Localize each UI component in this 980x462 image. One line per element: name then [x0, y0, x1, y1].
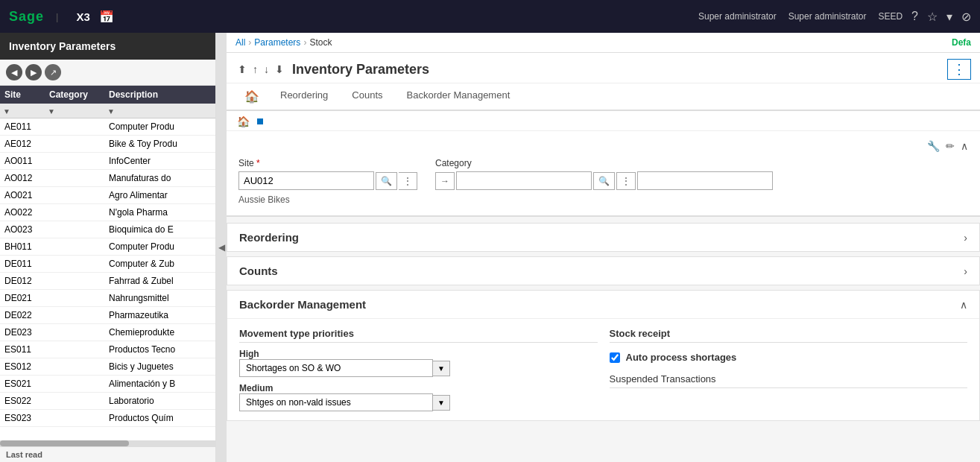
sidebar-title: Inventory Parameters	[0, 33, 215, 60]
expand-button[interactable]: ↗	[45, 64, 61, 80]
col-description: Description	[104, 86, 215, 104]
cell-site: AE011	[0, 118, 45, 136]
site-more-button[interactable]: ⋮	[399, 172, 417, 190]
table-row[interactable]: ES012 Bicis y Juguetes	[0, 358, 215, 376]
nav-next-button[interactable]: ▶	[25, 64, 42, 80]
cell-site: DE023	[0, 324, 45, 341]
nav-up-button[interactable]: ↑	[250, 62, 260, 77]
user-label-1: Super administrator	[698, 11, 777, 22]
cell-description: Manufaturas do	[104, 170, 215, 187]
cell-site: DE012	[0, 273, 45, 290]
cell-description: Productos Quím	[104, 410, 215, 427]
form-home-icon[interactable]: 🏠	[235, 114, 251, 129]
tab-backorder-management[interactable]: Backorder Management	[395, 83, 522, 111]
nav-down-button[interactable]: ↓	[262, 62, 271, 77]
category-search-button[interactable]: 🔍	[593, 172, 615, 190]
tab-reordering[interactable]: Reordering	[268, 83, 340, 111]
form-action-button[interactable]: ⋮	[947, 59, 971, 80]
category-arrow-button[interactable]: →	[435, 172, 455, 190]
counts-header[interactable]: Counts ›	[227, 257, 979, 285]
table-row[interactable]: DE021 Nahrungsmittel	[0, 290, 215, 307]
table-row[interactable]: ES023 Productos Quím	[0, 410, 215, 427]
cell-site: ES021	[0, 376, 45, 393]
star-icon[interactable]: ☆	[927, 10, 938, 24]
site-category-section: 🔧 ✏ ∧ Site * 🔍 ⋮	[227, 131, 980, 217]
backorder-title: Backorder Management	[239, 298, 366, 311]
form-content: 🏠 🔧 ✏ ∧ Site *	[227, 111, 980, 462]
cell-description: Chemieprodukte	[104, 324, 215, 341]
category-field-group: Category → 🔍 ⋮	[435, 158, 773, 190]
horizontal-scrollbar[interactable]	[0, 440, 215, 446]
backorder-right-col: Stock receipt Auto process shortages Sus…	[610, 328, 968, 411]
table-row[interactable]: ES011 Productos Tecno	[0, 341, 215, 358]
tools-icon-button[interactable]: 🔧	[927, 140, 940, 152]
medium-dropdown[interactable]: Shtges on non-vald issues	[239, 393, 433, 411]
table-row[interactable]: DE011 Computer & Zub	[0, 256, 215, 273]
seed-label: SEED	[878, 11, 902, 22]
cell-category	[45, 204, 104, 221]
site-input[interactable]	[238, 171, 374, 190]
cell-description: InfoCenter	[104, 153, 215, 170]
table-row[interactable]: AE012 Bike & Toy Produ	[0, 136, 215, 153]
table-row[interactable]: DE023 Chemieprodukte	[0, 324, 215, 341]
site-required-marker: *	[256, 158, 260, 168]
category-input[interactable]	[456, 171, 592, 190]
cell-category	[45, 221, 104, 238]
top-navigation: Sage | X3 📅 Super administrator Super ad…	[0, 0, 980, 33]
auto-process-checkbox[interactable]	[610, 352, 620, 363]
backorder-grid: Movement type priorities High Shortages …	[239, 328, 967, 411]
backorder-section: Backorder Management ∧ Movement type pri…	[227, 290, 980, 421]
nav-first-button[interactable]: ⬆	[235, 62, 249, 77]
table-row[interactable]: AE011 Computer Produ	[0, 118, 215, 136]
edit-icon-button[interactable]: ✏	[946, 140, 955, 152]
collapse-handle[interactable]: ◀	[216, 33, 227, 462]
high-dropdown[interactable]: Shortages on SO & WO	[239, 359, 433, 377]
cell-category	[45, 358, 104, 376]
reordering-title: Reordering	[239, 231, 299, 244]
breadcrumb: All › Parameters › Stock Defa	[227, 33, 980, 53]
breadcrumb-parameters[interactable]: Parameters	[254, 37, 300, 48]
tab-counts[interactable]: Counts	[340, 83, 394, 111]
high-dropdown-arrow[interactable]: ▼	[433, 361, 450, 376]
collapse-section-button[interactable]: ∧	[961, 140, 968, 152]
category-more-button[interactable]: ⋮	[616, 172, 636, 190]
profile-icon[interactable]: ▾	[946, 10, 952, 24]
site-search-button[interactable]: 🔍	[376, 172, 397, 190]
stock-receipt-title: Stock receipt	[610, 328, 968, 343]
form-header: ⬆ ↑ ↓ ⬇ Inventory Parameters ⋮	[227, 53, 980, 83]
table-row[interactable]: AO012 Manufaturas do	[0, 170, 215, 187]
cell-site: ES012	[0, 358, 45, 376]
breadcrumb-all[interactable]: All	[235, 37, 245, 48]
movement-type-title: Movement type priorities	[239, 328, 598, 343]
table-row[interactable]: ES022 Laboratorio	[0, 393, 215, 410]
cell-description: Computer Produ	[104, 118, 215, 136]
table-row[interactable]: ES021 Alimentación y B	[0, 376, 215, 393]
medium-dropdown-arrow[interactable]: ▼	[433, 395, 450, 411]
reordering-header[interactable]: Reordering ›	[227, 224, 979, 251]
table-row[interactable]: BH011 Computer Produ	[0, 238, 215, 256]
nav-prev-button[interactable]: ◀	[6, 64, 22, 80]
table-row[interactable]: DE012 Fahrrad & Zubel	[0, 273, 215, 290]
cell-category	[45, 290, 104, 307]
site-description: Aussie Bikes	[238, 194, 417, 205]
table-row[interactable]: AO023 Bioquimica do E	[0, 221, 215, 238]
table-row[interactable]: DE022 Pharmazeutika	[0, 307, 215, 324]
category-desc-input[interactable]	[637, 171, 773, 190]
counts-title: Counts	[239, 265, 278, 277]
help-icon[interactable]: ?	[911, 10, 918, 23]
sidebar-table: Site Category Description ▼ ▼ ▼ AE011 Co…	[0, 86, 215, 440]
table-row[interactable]: AO021 Agro Alimentar	[0, 187, 215, 204]
cell-site: ES011	[0, 341, 45, 358]
table-row[interactable]: AO022 N'gola Pharma	[0, 204, 215, 221]
site-input-row: 🔍 ⋮	[238, 171, 417, 190]
tab-home[interactable]: 🏠	[235, 83, 268, 110]
backorder-header[interactable]: Backorder Management ∧	[227, 291, 979, 318]
table-row[interactable]: AO011 InfoCenter	[0, 153, 215, 170]
nav-last-button[interactable]: ⬇	[273, 62, 286, 77]
calendar-icon[interactable]: 📅	[99, 10, 114, 24]
cell-description: Laboratorio	[104, 393, 215, 410]
compass-icon[interactable]: ⊘	[961, 10, 971, 24]
cell-category	[45, 273, 104, 290]
cell-description: N'gola Pharma	[104, 204, 215, 221]
cell-site: DE022	[0, 307, 45, 324]
